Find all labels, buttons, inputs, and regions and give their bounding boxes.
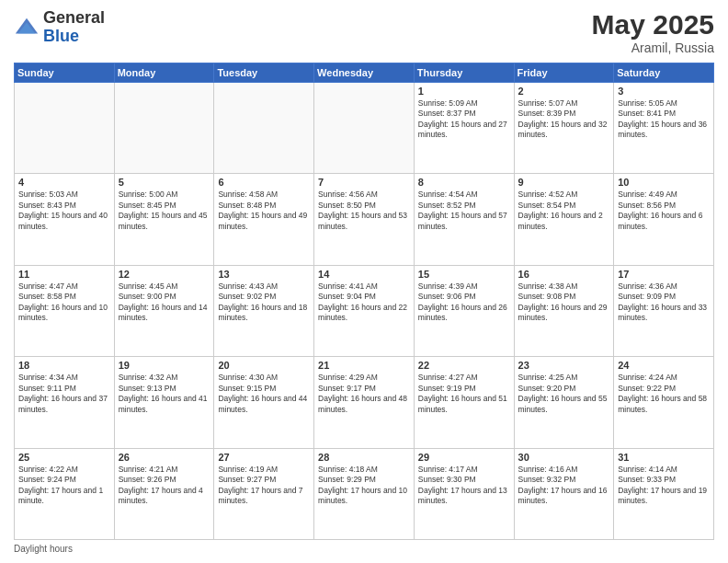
day-info: Sunrise: 5:03 AMSunset: 8:43 PMDaylight:…	[18, 190, 110, 232]
table-row: 27Sunrise: 4:19 AMSunset: 9:27 PMDayligh…	[214, 448, 314, 539]
table-row: 29Sunrise: 4:17 AMSunset: 9:30 PMDayligh…	[414, 448, 514, 539]
table-row: 14Sunrise: 4:41 AMSunset: 9:04 PMDayligh…	[314, 265, 415, 356]
col-tuesday: Tuesday	[214, 63, 314, 83]
col-friday: Friday	[514, 63, 614, 83]
calendar-week-row: 4Sunrise: 5:03 AMSunset: 8:43 PMDaylight…	[15, 174, 714, 265]
page: General Blue May 2025 Aramil, Russia Sun…	[0, 0, 728, 563]
col-monday: Monday	[114, 63, 214, 83]
day-info: Sunrise: 4:58 AMSunset: 8:48 PMDaylight:…	[218, 190, 310, 232]
table-row: 15Sunrise: 4:39 AMSunset: 9:06 PMDayligh…	[414, 265, 514, 356]
day-number: 3	[618, 86, 710, 97]
table-row: 8Sunrise: 4:54 AMSunset: 8:52 PMDaylight…	[414, 174, 514, 265]
col-thursday: Thursday	[414, 63, 514, 83]
day-number: 6	[218, 177, 310, 188]
table-row: 3Sunrise: 5:05 AMSunset: 8:41 PMDaylight…	[614, 83, 714, 174]
day-number: 20	[218, 360, 310, 371]
day-info: Sunrise: 5:05 AMSunset: 8:41 PMDaylight:…	[618, 98, 710, 141]
logo-blue: Blue	[43, 27, 79, 45]
day-number: 31	[618, 452, 710, 463]
table-row: 23Sunrise: 4:25 AMSunset: 9:20 PMDayligh…	[514, 357, 614, 448]
day-number: 27	[218, 452, 310, 463]
day-number: 5	[119, 177, 210, 188]
footer: Daylight hours	[14, 544, 714, 554]
day-number: 24	[618, 360, 710, 371]
day-info: Sunrise: 4:30 AMSunset: 9:15 PMDaylight:…	[218, 373, 310, 415]
day-info: Sunrise: 4:45 AMSunset: 9:00 PMDaylight:…	[119, 282, 210, 324]
day-number: 15	[418, 269, 510, 280]
logo: General Blue	[14, 9, 105, 46]
calendar-table: Sunday Monday Tuesday Wednesday Thursday…	[14, 63, 714, 540]
table-row: 28Sunrise: 4:18 AMSunset: 9:29 PMDayligh…	[314, 448, 415, 539]
day-info: Sunrise: 4:34 AMSunset: 9:11 PMDaylight:…	[18, 373, 110, 415]
table-row: 13Sunrise: 4:43 AMSunset: 9:02 PMDayligh…	[214, 265, 314, 356]
day-info: Sunrise: 4:24 AMSunset: 9:22 PMDaylight:…	[618, 373, 710, 415]
day-number: 10	[618, 177, 710, 188]
day-number: 26	[119, 452, 210, 463]
table-row: 17Sunrise: 4:36 AMSunset: 9:09 PMDayligh…	[614, 265, 714, 356]
day-info: Sunrise: 4:41 AMSunset: 9:04 PMDaylight:…	[318, 282, 410, 324]
header: General Blue May 2025 Aramil, Russia	[14, 9, 714, 55]
day-number: 8	[418, 177, 510, 188]
day-info: Sunrise: 4:29 AMSunset: 9:17 PMDaylight:…	[318, 373, 410, 415]
month-title: May 2025	[592, 9, 714, 40]
day-number: 17	[618, 269, 710, 280]
table-row: 5Sunrise: 5:00 AMSunset: 8:45 PMDaylight…	[114, 174, 214, 265]
day-number: 25	[18, 452, 110, 463]
table-row: 31Sunrise: 4:14 AMSunset: 9:33 PMDayligh…	[614, 448, 714, 539]
day-info: Sunrise: 4:49 AMSunset: 8:56 PMDaylight:…	[618, 190, 710, 232]
logo-text: General Blue	[43, 9, 105, 46]
table-row	[214, 83, 314, 174]
day-number: 1	[418, 86, 510, 97]
day-number: 13	[218, 269, 310, 280]
day-number: 18	[18, 360, 110, 371]
table-row: 20Sunrise: 4:30 AMSunset: 9:15 PMDayligh…	[214, 357, 314, 448]
day-number: 4	[18, 177, 110, 188]
table-row: 21Sunrise: 4:29 AMSunset: 9:17 PMDayligh…	[314, 357, 415, 448]
day-info: Sunrise: 4:21 AMSunset: 9:26 PMDaylight:…	[119, 465, 210, 507]
table-row: 7Sunrise: 4:56 AMSunset: 8:50 PMDaylight…	[314, 174, 415, 265]
day-info: Sunrise: 4:32 AMSunset: 9:13 PMDaylight:…	[119, 373, 210, 415]
calendar-week-row: 1Sunrise: 5:09 AMSunset: 8:37 PMDaylight…	[15, 83, 714, 174]
table-row	[15, 83, 115, 174]
daylight-hours-label: Daylight hours	[14, 544, 73, 554]
day-info: Sunrise: 4:38 AMSunset: 9:08 PMDaylight:…	[518, 282, 610, 324]
table-row: 25Sunrise: 4:22 AMSunset: 9:24 PMDayligh…	[15, 448, 115, 539]
day-number: 9	[518, 177, 610, 188]
day-info: Sunrise: 4:54 AMSunset: 8:52 PMDaylight:…	[418, 190, 510, 232]
day-number: 30	[518, 452, 610, 463]
location: Aramil, Russia	[592, 40, 714, 55]
day-number: 12	[119, 269, 210, 280]
table-row: 26Sunrise: 4:21 AMSunset: 9:26 PMDayligh…	[114, 448, 214, 539]
day-info: Sunrise: 4:18 AMSunset: 9:29 PMDaylight:…	[318, 465, 410, 507]
day-info: Sunrise: 5:07 AMSunset: 8:39 PMDaylight:…	[518, 98, 610, 141]
day-number: 19	[119, 360, 210, 371]
day-info: Sunrise: 4:25 AMSunset: 9:20 PMDaylight:…	[518, 373, 610, 415]
table-row: 12Sunrise: 4:45 AMSunset: 9:00 PMDayligh…	[114, 265, 214, 356]
table-row: 18Sunrise: 4:34 AMSunset: 9:11 PMDayligh…	[15, 357, 115, 448]
calendar-week-row: 18Sunrise: 4:34 AMSunset: 9:11 PMDayligh…	[15, 357, 714, 448]
day-info: Sunrise: 5:09 AMSunset: 8:37 PMDaylight:…	[418, 98, 510, 141]
table-row: 1Sunrise: 5:09 AMSunset: 8:37 PMDaylight…	[414, 83, 514, 174]
table-row: 30Sunrise: 4:16 AMSunset: 9:32 PMDayligh…	[514, 448, 614, 539]
table-row: 9Sunrise: 4:52 AMSunset: 8:54 PMDaylight…	[514, 174, 614, 265]
day-info: Sunrise: 4:36 AMSunset: 9:09 PMDaylight:…	[618, 282, 710, 324]
table-row: 4Sunrise: 5:03 AMSunset: 8:43 PMDaylight…	[15, 174, 115, 265]
day-number: 11	[18, 269, 110, 280]
day-info: Sunrise: 4:22 AMSunset: 9:24 PMDaylight:…	[18, 465, 110, 507]
day-number: 21	[318, 360, 410, 371]
day-info: Sunrise: 4:52 AMSunset: 8:54 PMDaylight:…	[518, 190, 610, 232]
calendar-week-row: 25Sunrise: 4:22 AMSunset: 9:24 PMDayligh…	[15, 448, 714, 539]
col-sunday: Sunday	[15, 63, 115, 83]
table-row	[314, 83, 415, 174]
day-info: Sunrise: 4:39 AMSunset: 9:06 PMDaylight:…	[418, 282, 510, 324]
day-info: Sunrise: 4:43 AMSunset: 9:02 PMDaylight:…	[218, 282, 310, 324]
table-row: 24Sunrise: 4:24 AMSunset: 9:22 PMDayligh…	[614, 357, 714, 448]
col-saturday: Saturday	[614, 63, 714, 83]
table-row: 6Sunrise: 4:58 AMSunset: 8:48 PMDaylight…	[214, 174, 314, 265]
day-info: Sunrise: 4:16 AMSunset: 9:32 PMDaylight:…	[518, 465, 610, 507]
day-info: Sunrise: 4:47 AMSunset: 8:58 PMDaylight:…	[18, 282, 110, 324]
day-number: 2	[518, 86, 610, 97]
table-row: 11Sunrise: 4:47 AMSunset: 8:58 PMDayligh…	[15, 265, 115, 356]
day-number: 7	[318, 177, 410, 188]
title-block: May 2025 Aramil, Russia	[592, 9, 714, 55]
